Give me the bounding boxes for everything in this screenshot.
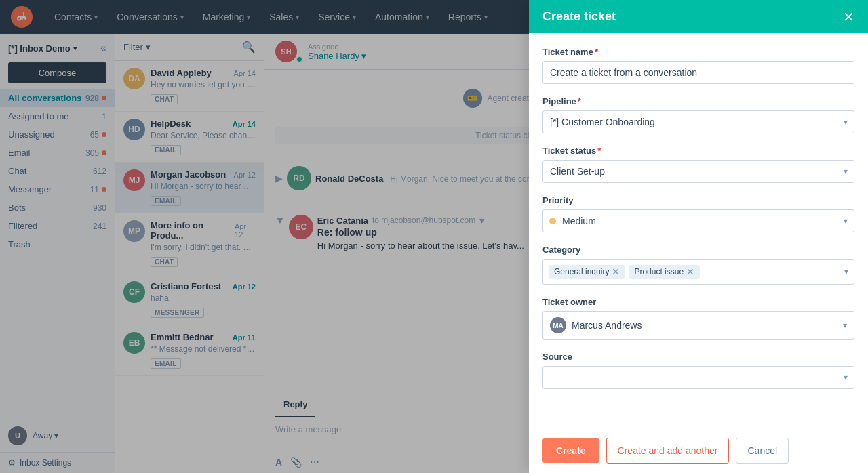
priority-label: Priority (542, 195, 854, 205)
source-label: Source (542, 352, 854, 362)
ticket-name-label: Ticket name* (542, 47, 854, 57)
category-tag-general: General inquiry ✕ (549, 265, 625, 279)
cancel-button[interactable]: Cancel (736, 438, 789, 464)
create-button[interactable]: Create (542, 438, 599, 463)
category-tag-product: Product issue ✕ (629, 265, 700, 279)
ticket-status-label: Ticket status* (542, 146, 854, 156)
ticket-status-select[interactable]: Client Set-up (542, 160, 854, 183)
create-and-add-another-button[interactable]: Create and add another (606, 438, 730, 464)
source-select[interactable] (542, 366, 854, 389)
ticket-status-group: Ticket status* Client Set-up ▾ (542, 146, 854, 183)
priority-select[interactable]: Medium Low High (542, 209, 854, 232)
ticket-name-input[interactable] (542, 61, 854, 84)
pipeline-label: Pipeline* (542, 96, 854, 106)
priority-select-wrapper: Medium Low High ▾ (542, 209, 854, 232)
create-ticket-panel: Create ticket ✕ Ticket name* Pipeline* [… (529, 0, 868, 473)
ticket-owner-group: Ticket owner MA Marcus Andrews ▾ (542, 297, 854, 340)
owner-chevron: ▾ (843, 321, 847, 330)
category-chevron: ▾ (844, 267, 848, 276)
ticket-owner-select[interactable]: MA Marcus Andrews ▾ (542, 311, 854, 340)
source-select-wrapper: ▾ (542, 366, 854, 389)
ticket-name-group: Ticket name* (542, 47, 854, 84)
panel-close-button[interactable]: ✕ (843, 10, 854, 24)
category-label: Category (542, 245, 854, 255)
panel-footer: Create Create and add another Cancel (529, 428, 868, 473)
panel-overlay: Create ticket ✕ Ticket name* Pipeline* [… (0, 0, 868, 473)
source-group: Source ▾ (542, 352, 854, 389)
pipeline-select-wrapper: [*] Customer Onboarding ▾ (542, 110, 854, 133)
ticket-owner-label: Ticket owner (542, 297, 854, 307)
priority-group: Priority Medium Low High ▾ (542, 195, 854, 232)
panel-body: Ticket name* Pipeline* [*] Customer Onbo… (529, 33, 868, 428)
remove-general-inquiry-button[interactable]: ✕ (612, 267, 620, 276)
ticket-status-select-wrapper: Client Set-up ▾ (542, 160, 854, 183)
category-select[interactable]: General inquiry ✕ Product issue ✕ ▾ (542, 259, 854, 285)
panel-header: Create ticket ✕ (529, 0, 868, 33)
pipeline-select[interactable]: [*] Customer Onboarding (542, 110, 854, 133)
remove-product-issue-button[interactable]: ✕ (686, 267, 694, 276)
category-group: Category General inquiry ✕ Product issue… (542, 245, 854, 285)
owner-avatar: MA (550, 317, 566, 333)
pipeline-group: Pipeline* [*] Customer Onboarding ▾ (542, 96, 854, 133)
